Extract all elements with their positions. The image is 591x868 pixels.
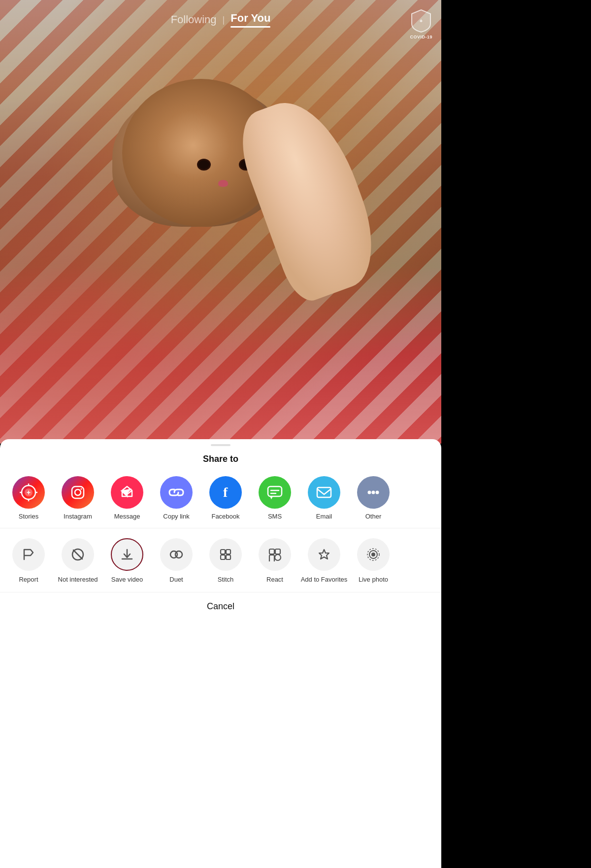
svg-point-10 [81, 488, 82, 490]
copylink-icon [160, 476, 193, 509]
message-icon [111, 476, 143, 509]
action-add-favorites[interactable]: Add to Favorites [299, 538, 349, 584]
report-icon [12, 538, 45, 571]
svg-rect-31 [226, 555, 230, 559]
react-icon [259, 538, 291, 571]
share-instagram[interactable]: Instagram [53, 476, 102, 520]
svg-line-23 [73, 550, 82, 559]
header: Following | For You [0, 0, 441, 39]
other-label: Other [365, 513, 382, 520]
add-favorites-label: Add to Favorites [301, 576, 348, 584]
foryou-underline [230, 26, 270, 28]
svg-rect-29 [226, 550, 230, 554]
svg-point-35 [275, 555, 281, 560]
stories-icon: + [12, 476, 45, 509]
svg-point-21 [376, 491, 379, 494]
sms-label: SMS [268, 513, 282, 520]
action-duet[interactable]: Duet [152, 538, 201, 584]
svg-rect-28 [221, 550, 225, 554]
svg-point-20 [372, 491, 375, 494]
other-icon [357, 476, 390, 509]
tab-foryou[interactable]: For You [230, 12, 270, 28]
save-video-icon [111, 538, 143, 571]
svg-rect-18 [317, 487, 331, 497]
report-label: Report [19, 576, 38, 584]
svg-text:+: + [27, 488, 31, 496]
shield-icon: + [411, 9, 431, 33]
email-label: Email [316, 513, 332, 520]
react-label: React [266, 576, 283, 584]
tab-following[interactable]: Following [171, 13, 217, 26]
svg-rect-8 [72, 486, 84, 498]
kitten-nose [218, 180, 228, 187]
instagram-label: Instagram [64, 513, 92, 520]
sms-icon [259, 476, 291, 509]
svg-rect-32 [269, 549, 274, 554]
share-email[interactable]: Email [299, 476, 349, 520]
live-photo-icon [357, 538, 390, 571]
action-stitch[interactable]: Stitch [201, 538, 250, 584]
stitch-icon [209, 538, 242, 571]
svg-marker-15 [270, 496, 273, 499]
svg-rect-14 [268, 486, 282, 496]
share-sms[interactable]: SMS [250, 476, 299, 520]
cancel-button[interactable]: Cancel [0, 592, 441, 621]
live-photo-label: Live photo [359, 576, 388, 584]
stitch-label: Stitch [218, 576, 234, 584]
facebook-label: Facebook [211, 513, 239, 520]
share-message[interactable]: Message [102, 476, 152, 520]
not-interested-icon [62, 538, 94, 571]
kitten-image [73, 49, 368, 355]
svg-text:f: f [223, 485, 228, 500]
share-stories[interactable]: + Stories [4, 476, 53, 520]
covid-label: COVID-19 [410, 35, 432, 39]
kitten-eye-left [198, 160, 209, 169]
add-favorites-icon [308, 538, 340, 571]
save-video-label: Save video [111, 576, 143, 584]
action-report[interactable]: Report [4, 538, 53, 584]
sheet-title: Share to [0, 446, 441, 468]
svg-rect-33 [275, 549, 280, 554]
svg-text:+: + [420, 18, 423, 24]
not-interested-label: Not interested [58, 576, 98, 584]
action-row: Report Not interested Save video [0, 528, 441, 592]
svg-point-36 [371, 553, 375, 556]
action-save-video[interactable]: Save video [102, 538, 152, 584]
share-facebook[interactable]: f Facebook [201, 476, 250, 520]
covid-badge[interactable]: + COVID-19 [410, 9, 432, 39]
share-copylink[interactable]: Copy link [152, 476, 201, 520]
svg-point-27 [175, 551, 182, 558]
video-background [0, 0, 441, 444]
instagram-icon [62, 476, 94, 509]
share-sheet: Share to + Stories [0, 439, 441, 868]
share-other[interactable]: Other [349, 476, 398, 520]
facebook-icon: f [209, 476, 242, 509]
duet-icon [160, 538, 193, 571]
message-label: Message [114, 513, 140, 520]
action-react[interactable]: React [250, 538, 299, 584]
action-live-photo[interactable]: Live photo [349, 538, 398, 584]
action-not-interested[interactable]: Not interested [53, 538, 102, 584]
stories-label: Stories [19, 513, 38, 520]
copylink-label: Copy link [163, 513, 189, 520]
share-row: + Stories Instagram [0, 468, 441, 528]
email-icon [308, 476, 340, 509]
svg-point-9 [75, 489, 81, 495]
duet-label: Duet [169, 576, 183, 584]
nav-divider: | [223, 15, 225, 25]
nav-tabs: Following | For You [171, 12, 271, 28]
svg-point-19 [368, 491, 371, 494]
svg-rect-34 [269, 555, 274, 561]
svg-rect-30 [221, 555, 225, 559]
